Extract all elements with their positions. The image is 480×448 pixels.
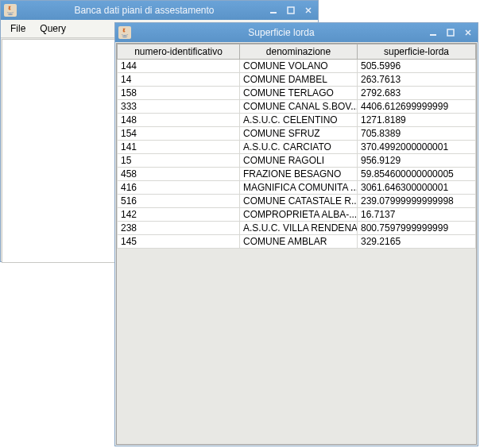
cell-area[interactable]: 4406.612699999999 [358,100,476,114]
cell-area[interactable]: 800.7597999999999 [358,222,476,235]
data-window-title: Superficie lorda [136,27,427,38]
cell-id[interactable]: 148 [118,114,240,127]
cell-id[interactable]: 142 [118,208,240,222]
cell-area[interactable]: 3061.646300000001 [358,181,476,195]
table-row[interactable]: 14COMUNE DAMBEL263.7613 [118,73,476,87]
cell-name[interactable]: A.S.U.C. CARCIATO [240,141,358,154]
svg-rect-0 [270,12,277,14]
cell-id[interactable]: 141 [118,141,240,154]
java-icon [4,4,17,17]
cell-name[interactable]: COMUNE SFRUZ [240,127,358,141]
data-table: numero-identificativo denominazione supe… [117,44,476,249]
cell-id[interactable]: 416 [118,181,240,195]
cell-name[interactable]: MAGNIFICA COMUNITA ... [240,181,358,195]
cell-area[interactable]: 263.7613 [358,73,476,87]
table-row[interactable]: 238A.S.U.C. VILLA RENDENA800.75979999999… [118,222,476,235]
cell-id[interactable]: 154 [118,127,240,141]
table-row[interactable]: 148A.S.U.C. CELENTINO1271.8189 [118,114,476,127]
column-header-id[interactable]: numero-identificativo [118,44,240,60]
data-body: numero-identificativo denominazione supe… [115,42,478,446]
main-window-title: Banca dati piani di assestamento [21,5,267,16]
table-row[interactable]: 145COMUNE AMBLAR329.2165 [118,235,476,249]
cell-name[interactable]: A.S.U.C. VILLA RENDENA [240,222,358,235]
cell-id[interactable]: 145 [118,235,240,249]
table-row[interactable]: 516COMUNE CATASTALE R...239.079999999999… [118,195,476,208]
cell-id[interactable]: 15 [118,154,240,168]
table-row[interactable]: 142COMPROPRIETA ALBA-...16.7137 [118,208,476,222]
cell-name[interactable]: COMUNE CANAL S.BOV... [240,100,358,114]
table-row[interactable]: 333COMUNE CANAL S.BOV...4406.61269999999… [118,100,476,114]
cell-area[interactable]: 329.2165 [358,235,476,249]
menu-file[interactable]: File [4,21,32,36]
table-row[interactable]: 154COMUNE SFRUZ705.8389 [118,127,476,141]
table-row[interactable]: 458FRAZIONE BESAGNO59.854600000000005 [118,168,476,181]
cell-id[interactable]: 238 [118,222,240,235]
cell-area[interactable]: 16.7137 [358,208,476,222]
column-header-name[interactable]: denominazione [240,44,358,60]
cell-name[interactable]: FRAZIONE BESAGNO [240,168,358,181]
data-titlebar[interactable]: Superficie lorda [115,23,478,42]
cell-area[interactable]: 1271.8189 [358,114,476,127]
cell-name[interactable]: COMUNE RAGOLI [240,154,358,168]
cell-id[interactable]: 516 [118,195,240,208]
cell-area[interactable]: 239.07999999999998 [358,195,476,208]
table-row[interactable]: 141A.S.U.C. CARCIATO370.4992000000001 [118,141,476,154]
cell-name[interactable]: COMUNE TERLAGO [240,87,358,100]
cell-area[interactable]: 370.4992000000001 [358,141,476,154]
cell-id[interactable]: 458 [118,168,240,181]
cell-name[interactable]: COMUNE DAMBEL [240,73,358,87]
table-header-row: numero-identificativo denominazione supe… [118,44,476,60]
table-row[interactable]: 416MAGNIFICA COMUNITA ...3061.6463000000… [118,181,476,195]
minimize-icon[interactable] [267,5,280,16]
main-titlebar[interactable]: Banca dati piani di assestamento [1,1,318,20]
table-row[interactable]: 144COMUNE VOLANO505.5996 [118,60,476,73]
cell-id[interactable]: 144 [118,60,240,73]
java-icon [118,26,131,39]
cell-id[interactable]: 333 [118,100,240,114]
cell-name[interactable]: COMUNE CATASTALE R... [240,195,358,208]
table-body: 144COMUNE VOLANO505.599614COMUNE DAMBEL2… [118,60,476,249]
column-header-area[interactable]: superficie-lorda [358,44,476,60]
maximize-icon[interactable] [444,27,457,38]
cell-area[interactable]: 59.854600000000005 [358,168,476,181]
cell-name[interactable]: COMUNE VOLANO [240,60,358,73]
cell-area[interactable]: 956.9129 [358,154,476,168]
menu-query[interactable]: Query [33,21,72,36]
cell-id[interactable]: 14 [118,73,240,87]
table-empty-area [117,249,476,445]
svg-rect-1 [288,7,294,14]
close-icon[interactable] [462,27,474,38]
table-container: numero-identificativo denominazione supe… [116,43,477,445]
cell-area[interactable]: 2792.683 [358,87,476,100]
cell-name[interactable]: COMUNE AMBLAR [240,235,358,249]
cell-name[interactable]: COMPROPRIETA ALBA-... [240,208,358,222]
svg-rect-3 [447,29,454,36]
maximize-icon[interactable] [285,5,297,16]
table-row[interactable]: 15COMUNE RAGOLI956.9129 [118,154,476,168]
cell-area[interactable]: 505.5996 [358,60,476,73]
cell-area[interactable]: 705.8389 [358,127,476,141]
data-window: Superficie lorda numero-identificativo d… [114,22,478,446]
cell-name[interactable]: A.S.U.C. CELENTINO [240,114,358,127]
table-row[interactable]: 158COMUNE TERLAGO2792.683 [118,87,476,100]
svg-rect-2 [430,34,436,36]
close-icon[interactable] [302,5,315,16]
cell-id[interactable]: 158 [118,87,240,100]
minimize-icon[interactable] [427,27,439,38]
